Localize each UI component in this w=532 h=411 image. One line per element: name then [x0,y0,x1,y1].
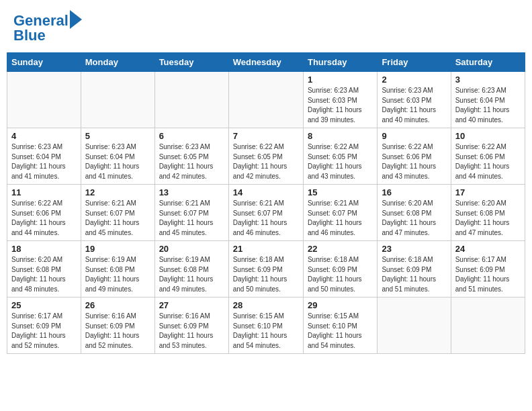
day-info: Sunrise: 6:22 AM Sunset: 6:05 PM Dayligh… [233,142,299,181]
col-header-wednesday: Wednesday [228,53,303,72]
logo: General Blue [13,12,82,44]
day-info: Sunrise: 6:22 AM Sunset: 6:06 PM Dayligh… [11,199,77,238]
day-info: Sunrise: 6:19 AM Sunset: 6:08 PM Dayligh… [85,255,150,294]
calendar-cell: 10Sunrise: 6:22 AM Sunset: 6:06 PM Dayli… [451,128,525,185]
day-number: 11 [11,187,77,197]
day-number: 26 [85,300,150,310]
day-info: Sunrise: 6:23 AM Sunset: 6:03 PM Dayligh… [382,86,446,125]
day-number: 23 [382,244,446,254]
day-info: Sunrise: 6:20 AM Sunset: 6:08 PM Dayligh… [455,199,521,238]
day-number: 1 [308,75,373,85]
calendar-cell: 20Sunrise: 6:19 AM Sunset: 6:08 PM Dayli… [154,241,228,298]
day-info: Sunrise: 6:16 AM Sunset: 6:09 PM Dayligh… [159,312,224,351]
day-number: 19 [85,244,150,254]
day-number: 6 [159,131,224,141]
calendar-cell: 29Sunrise: 6:15 AM Sunset: 6:10 PM Dayli… [303,298,377,354]
day-number: 29 [308,300,373,310]
day-number: 14 [233,187,299,197]
day-info: Sunrise: 6:21 AM Sunset: 6:07 PM Dayligh… [159,199,224,238]
day-number: 8 [308,131,373,141]
day-info: Sunrise: 6:21 AM Sunset: 6:07 PM Dayligh… [308,199,373,238]
day-info: Sunrise: 6:15 AM Sunset: 6:10 PM Dayligh… [233,312,299,351]
day-number: 25 [11,300,77,310]
day-info: Sunrise: 6:17 AM Sunset: 6:09 PM Dayligh… [455,255,521,294]
day-number: 2 [382,75,446,85]
day-number: 9 [382,131,446,141]
logo-arrow-icon [70,10,82,29]
day-number: 27 [159,300,224,310]
day-number: 17 [455,187,521,197]
col-header-sunday: Sunday [7,53,81,72]
day-info: Sunrise: 6:15 AM Sunset: 6:10 PM Dayligh… [308,312,373,351]
day-number: 4 [11,131,77,141]
day-info: Sunrise: 6:23 AM Sunset: 6:03 PM Dayligh… [308,86,373,125]
calendar-cell: 5Sunrise: 6:23 AM Sunset: 6:04 PM Daylig… [81,128,154,185]
header: General Blue [7,7,525,47]
day-info: Sunrise: 6:21 AM Sunset: 6:07 PM Dayligh… [85,199,150,238]
day-number: 24 [455,244,521,254]
col-header-thursday: Thursday [303,53,377,72]
calendar-cell [81,72,154,128]
day-info: Sunrise: 6:23 AM Sunset: 6:04 PM Dayligh… [455,86,521,125]
day-info: Sunrise: 6:20 AM Sunset: 6:08 PM Dayligh… [382,199,446,238]
day-number: 21 [233,244,299,254]
day-info: Sunrise: 6:18 AM Sunset: 6:09 PM Dayligh… [382,255,446,294]
day-number: 7 [233,131,299,141]
day-info: Sunrise: 6:17 AM Sunset: 6:09 PM Dayligh… [11,312,77,351]
day-info: Sunrise: 6:16 AM Sunset: 6:09 PM Dayligh… [85,312,150,351]
col-header-saturday: Saturday [451,53,525,72]
day-info: Sunrise: 6:21 AM Sunset: 6:07 PM Dayligh… [233,199,299,238]
calendar-cell: 13Sunrise: 6:21 AM Sunset: 6:07 PM Dayli… [154,185,228,241]
calendar-cell: 15Sunrise: 6:21 AM Sunset: 6:07 PM Dayli… [303,185,377,241]
day-number: 20 [159,244,224,254]
day-info: Sunrise: 6:19 AM Sunset: 6:08 PM Dayligh… [159,255,224,294]
calendar: SundayMondayTuesdayWednesdayThursdayFrid… [7,52,525,354]
calendar-cell: 24Sunrise: 6:17 AM Sunset: 6:09 PM Dayli… [451,241,525,298]
day-number: 15 [308,187,373,197]
day-number: 10 [455,131,521,141]
calendar-cell: 17Sunrise: 6:20 AM Sunset: 6:08 PM Dayli… [451,185,525,241]
day-info: Sunrise: 6:22 AM Sunset: 6:06 PM Dayligh… [382,142,446,181]
day-info: Sunrise: 6:23 AM Sunset: 6:04 PM Dayligh… [85,142,150,181]
day-number: 16 [382,187,446,197]
day-info: Sunrise: 6:22 AM Sunset: 6:06 PM Dayligh… [455,142,521,181]
calendar-cell: 7Sunrise: 6:22 AM Sunset: 6:05 PM Daylig… [228,128,303,185]
calendar-cell [378,298,451,354]
day-number: 13 [159,187,224,197]
calendar-cell: 4Sunrise: 6:23 AM Sunset: 6:04 PM Daylig… [7,128,81,185]
day-number: 5 [85,131,150,141]
col-header-tuesday: Tuesday [154,53,228,72]
calendar-cell: 27Sunrise: 6:16 AM Sunset: 6:09 PM Dayli… [154,298,228,354]
calendar-cell: 8Sunrise: 6:22 AM Sunset: 6:05 PM Daylig… [303,128,377,185]
calendar-cell [7,72,81,128]
day-number: 3 [455,75,521,85]
calendar-cell: 26Sunrise: 6:16 AM Sunset: 6:09 PM Dayli… [81,298,154,354]
calendar-cell: 21Sunrise: 6:18 AM Sunset: 6:09 PM Dayli… [228,241,303,298]
calendar-cell: 28Sunrise: 6:15 AM Sunset: 6:10 PM Dayli… [228,298,303,354]
day-info: Sunrise: 6:22 AM Sunset: 6:05 PM Dayligh… [308,142,373,181]
calendar-cell: 9Sunrise: 6:22 AM Sunset: 6:06 PM Daylig… [378,128,451,185]
day-info: Sunrise: 6:23 AM Sunset: 6:04 PM Dayligh… [11,142,77,181]
col-header-monday: Monday [81,53,154,72]
day-info: Sunrise: 6:18 AM Sunset: 6:09 PM Dayligh… [233,255,299,294]
calendar-cell: 22Sunrise: 6:18 AM Sunset: 6:09 PM Dayli… [303,241,377,298]
calendar-cell: 2Sunrise: 6:23 AM Sunset: 6:03 PM Daylig… [378,72,451,128]
calendar-cell: 19Sunrise: 6:19 AM Sunset: 6:08 PM Dayli… [81,241,154,298]
day-number: 28 [233,300,299,310]
calendar-cell: 23Sunrise: 6:18 AM Sunset: 6:09 PM Dayli… [378,241,451,298]
calendar-cell: 16Sunrise: 6:20 AM Sunset: 6:08 PM Dayli… [378,185,451,241]
day-info: Sunrise: 6:23 AM Sunset: 6:05 PM Dayligh… [159,142,224,181]
calendar-cell: 11Sunrise: 6:22 AM Sunset: 6:06 PM Dayli… [7,185,81,241]
calendar-cell: 1Sunrise: 6:23 AM Sunset: 6:03 PM Daylig… [303,72,377,128]
day-number: 22 [308,244,373,254]
col-header-friday: Friday [378,53,451,72]
calendar-cell: 12Sunrise: 6:21 AM Sunset: 6:07 PM Dayli… [81,185,154,241]
calendar-cell [228,72,303,128]
calendar-cell [154,72,228,128]
calendar-cell: 3Sunrise: 6:23 AM Sunset: 6:04 PM Daylig… [451,72,525,128]
day-number: 18 [11,244,77,254]
calendar-cell [451,298,525,354]
day-info: Sunrise: 6:20 AM Sunset: 6:08 PM Dayligh… [11,255,77,294]
calendar-cell: 25Sunrise: 6:17 AM Sunset: 6:09 PM Dayli… [7,298,81,354]
calendar-cell: 6Sunrise: 6:23 AM Sunset: 6:05 PM Daylig… [154,128,228,185]
